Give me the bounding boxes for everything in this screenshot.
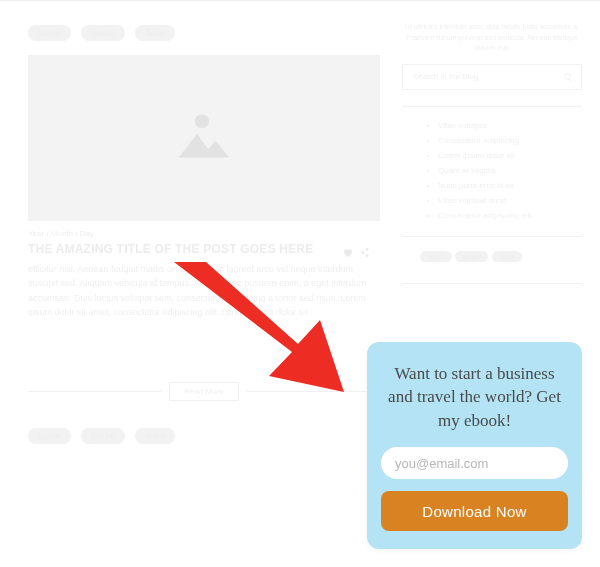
sidebar-tag[interactable]: lorem xyxy=(420,251,452,262)
sidebar-tag[interactable]: dolor xyxy=(492,251,522,262)
share-icon[interactable] xyxy=(359,244,370,262)
post-title: THE AMAZING TITLE OF THE POST GOES HERE xyxy=(28,242,380,256)
post-tag[interactable]: lorem xyxy=(28,428,71,444)
top-border xyxy=(0,0,600,1)
search-box[interactable] xyxy=(402,64,582,90)
post-main: lorem ipsum dolor Year / Month / Day THE… xyxy=(28,22,380,458)
search-icon xyxy=(563,72,573,82)
divider-line xyxy=(247,391,380,392)
like-icon[interactable] xyxy=(342,244,353,262)
popup-title: Want to start a business and travel the … xyxy=(381,362,568,433)
post-tag[interactable]: ipsum xyxy=(81,428,125,444)
post-tag[interactable]: ipsum xyxy=(81,25,125,41)
post-actions xyxy=(342,244,370,262)
image-placeholder-icon xyxy=(169,103,239,173)
sidebar-divider xyxy=(402,236,582,237)
sidebar-divider xyxy=(402,283,582,284)
list-item[interactable]: Vitae volutpat nunc xyxy=(438,196,582,205)
list-item[interactable]: Quam at sagittis xyxy=(438,166,582,175)
post-tags-bottom: lorem ipsum dolor xyxy=(28,425,380,444)
sidebar-tags: lorem ipsum dolor xyxy=(402,251,582,265)
download-button[interactable]: Download Now xyxy=(381,491,568,531)
list-item[interactable]: Vitae volutpat xyxy=(438,121,582,130)
read-more-row: Read More xyxy=(28,382,380,401)
post-tag[interactable]: lorem xyxy=(28,25,71,41)
sidebar-list: Vitae volutpat Consectetur adipiscing Lo… xyxy=(402,121,582,220)
sidebar-divider xyxy=(402,106,582,107)
email-field[interactable] xyxy=(381,447,568,479)
post-tags: lorem ipsum dolor xyxy=(28,22,380,41)
read-more-button[interactable]: Read More xyxy=(169,382,239,401)
email-popup: Want to start a business and travel the … xyxy=(367,342,582,549)
svg-point-0 xyxy=(195,114,209,128)
sidebar-tag[interactable]: ipsum xyxy=(455,251,488,262)
list-item[interactable]: Nunc porta eros id ex xyxy=(438,181,582,190)
post-hero-image xyxy=(28,55,380,221)
divider-line xyxy=(28,391,161,392)
list-item[interactable]: Lorem ipsum dolor sit xyxy=(438,151,582,160)
search-input[interactable] xyxy=(411,71,563,82)
list-item[interactable]: Consectetur adipiscing xyxy=(438,136,582,145)
list-item[interactable]: Consectetur adipiscing elit xyxy=(438,211,582,220)
post-excerpt: efficitur nisi. Aenean feugiat mattis or… xyxy=(28,262,380,320)
post-tag[interactable]: dolor xyxy=(135,428,175,444)
post-tag[interactable]: dolor xyxy=(135,25,175,41)
sidebar-blurb: Ut ultricies interdum arcu, quia iaculis… xyxy=(402,22,582,64)
post-date: Year / Month / Day xyxy=(28,229,380,238)
